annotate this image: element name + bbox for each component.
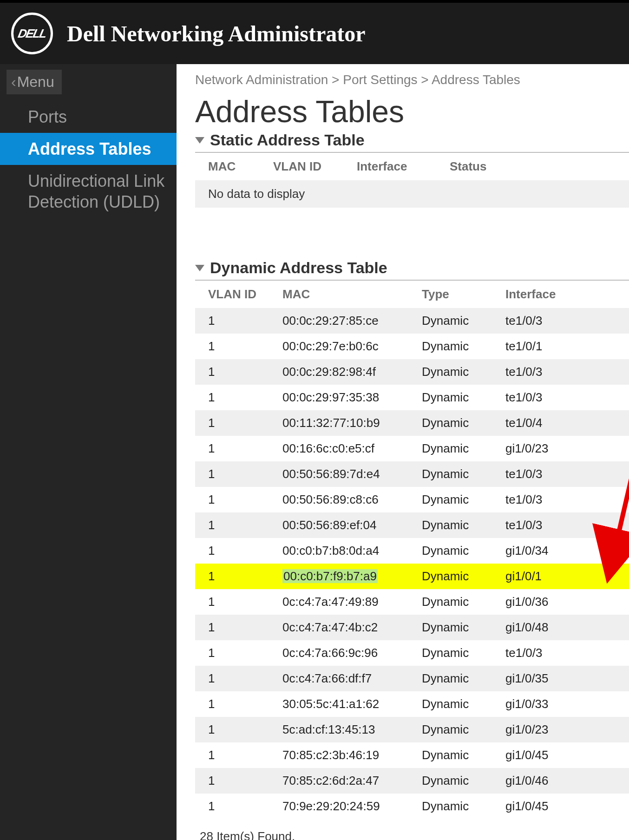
- table-row[interactable]: 100:50:56:89:7d:e4Dynamicte1/0/3: [195, 461, 629, 487]
- cell-vlan: 1: [208, 518, 282, 532]
- cell-mac: 0c:c4:7a:66:9c:96: [282, 646, 422, 660]
- cell-mac: 70:85:c2:3b:46:19: [282, 748, 422, 762]
- cell-mac: 00:c0:b7:b8:0d:a4: [282, 544, 422, 558]
- cell-vlan: 1: [208, 365, 282, 379]
- table-row[interactable]: 10c:c4:7a:47:4b:c2Dynamicgi1/0/48: [195, 615, 629, 640]
- cell-vlan: 1: [208, 390, 282, 405]
- cell-vlan: 1: [208, 314, 282, 328]
- dyn-col-type[interactable]: Type: [422, 287, 505, 302]
- table-row[interactable]: 100:11:32:77:10:b9Dynamicte1/0/4: [195, 410, 629, 436]
- dyn-col-vlan[interactable]: VLAN ID: [208, 287, 282, 302]
- cell-type: Dynamic: [422, 339, 505, 354]
- cell-vlan: 1: [208, 697, 282, 711]
- table-row[interactable]: 100:0c:29:27:85:ceDynamicte1/0/3: [195, 308, 629, 334]
- sidebar-item-ports[interactable]: Ports: [0, 101, 177, 133]
- table-row[interactable]: 100:0c:29:97:35:38Dynamicte1/0/3: [195, 385, 629, 410]
- header-title: Dell Networking Administrator: [67, 21, 366, 46]
- cell-interface: gi1/0/46: [505, 774, 598, 788]
- static-table-header: MAC VLAN ID Interface Status: [195, 153, 629, 180]
- dyn-col-mac[interactable]: MAC: [282, 287, 422, 302]
- cell-interface: gi1/0/23: [505, 722, 598, 737]
- table-row[interactable]: 170:85:c2:3b:46:19Dynamicgi1/0/45: [195, 742, 629, 768]
- table-row[interactable]: 170:9e:29:20:24:59Dynamicgi1/0/45: [195, 794, 629, 819]
- cell-vlan: 1: [208, 569, 282, 584]
- table-row[interactable]: 10c:c4:7a:66:df:f7Dynamicgi1/0/35: [195, 666, 629, 691]
- cell-vlan: 1: [208, 671, 282, 686]
- sidebar-item-unidirectional-link-detection-udld[interactable]: Unidirectional Link Detection (UDLD): [0, 165, 177, 218]
- menu-back-button[interactable]: ‹Menu: [7, 70, 62, 94]
- breadcrumb[interactable]: Network Administration > Port Settings >…: [195, 72, 629, 87]
- cell-interface: gi1/0/33: [505, 697, 598, 711]
- static-col-status[interactable]: Status: [450, 159, 524, 174]
- dynamic-section-title: Dynamic Address Table: [210, 259, 387, 277]
- cell-type: Dynamic: [422, 314, 505, 328]
- cell-mac: 00:0c:29:27:85:ce: [282, 314, 422, 328]
- cell-interface: gi1/0/1: [505, 569, 598, 584]
- cell-mac: 00:0c:29:7e:b0:6c: [282, 339, 422, 354]
- table-row[interactable]: 100:c0:b7:f9:b7:a9Dynamicgi1/0/1: [195, 564, 629, 589]
- cell-type: Dynamic: [422, 390, 505, 405]
- cell-mac: 00:11:32:77:10:b9: [282, 416, 422, 430]
- cell-interface: te1/0/4: [505, 416, 598, 430]
- static-section-header[interactable]: Static Address Table: [195, 131, 629, 149]
- cell-type: Dynamic: [422, 365, 505, 379]
- table-row[interactable]: 100:50:56:89:ef:04Dynamicte1/0/3: [195, 512, 629, 538]
- static-col-vlan[interactable]: VLAN ID: [273, 159, 357, 174]
- table-row[interactable]: 170:85:c2:6d:2a:47Dynamicgi1/0/46: [195, 768, 629, 794]
- chevron-down-icon: [195, 265, 204, 271]
- cell-interface: gi1/0/45: [505, 799, 598, 814]
- cell-mac: 00:50:56:89:c8:c6: [282, 492, 422, 507]
- cell-interface: te1/0/3: [505, 467, 598, 481]
- cell-mac: 0c:c4:7a:66:df:f7: [282, 671, 422, 686]
- table-row[interactable]: 100:0c:29:82:98:4fDynamicte1/0/3: [195, 359, 629, 385]
- cell-type: Dynamic: [422, 748, 505, 762]
- cell-interface: gi1/0/36: [505, 595, 598, 609]
- cell-vlan: 1: [208, 339, 282, 354]
- cell-mac: 0c:c4:7a:47:4b:c2: [282, 620, 422, 635]
- table-row[interactable]: 100:16:6c:c0:e5:cfDynamicgi1/0/23: [195, 436, 629, 461]
- table-row[interactable]: 100:50:56:89:c8:c6Dynamicte1/0/3: [195, 487, 629, 512]
- cell-type: Dynamic: [422, 697, 505, 711]
- cell-mac: 00:0c:29:97:35:38: [282, 390, 422, 405]
- cell-type: Dynamic: [422, 467, 505, 481]
- cell-mac: 00:16:6c:c0:e5:cf: [282, 441, 422, 456]
- dynamic-table-header: VLAN ID MAC Type Interface: [195, 281, 629, 308]
- cell-mac: 00:0c:29:82:98:4f: [282, 365, 422, 379]
- dyn-col-interface[interactable]: Interface: [505, 287, 598, 302]
- chevron-down-icon: [195, 137, 204, 144]
- cell-mac: 00:c0:b7:f9:b7:a9: [282, 569, 422, 584]
- cell-vlan: 1: [208, 722, 282, 737]
- cell-type: Dynamic: [422, 518, 505, 532]
- cell-type: Dynamic: [422, 416, 505, 430]
- dynamic-footer-count: 28 Item(s) Found.: [195, 819, 629, 840]
- sidebar: ‹Menu PortsAddress TablesUnidirectional …: [0, 64, 177, 840]
- table-row[interactable]: 100:0c:29:7e:b0:6cDynamicte1/0/1: [195, 334, 629, 359]
- cell-interface: gi1/0/35: [505, 671, 598, 686]
- cell-vlan: 1: [208, 774, 282, 788]
- cell-vlan: 1: [208, 441, 282, 456]
- cell-type: Dynamic: [422, 595, 505, 609]
- dynamic-section-header[interactable]: Dynamic Address Table: [195, 259, 629, 277]
- static-col-interface[interactable]: Interface: [357, 159, 450, 174]
- cell-interface: te1/0/3: [505, 518, 598, 532]
- sidebar-item-address-tables[interactable]: Address Tables: [0, 133, 177, 165]
- cell-type: Dynamic: [422, 774, 505, 788]
- cell-mac: 5c:ad:cf:13:45:13: [282, 722, 422, 737]
- table-row[interactable]: 15c:ad:cf:13:45:13Dynamicgi1/0/23: [195, 717, 629, 742]
- table-row[interactable]: 130:05:5c:41:a1:62Dynamicgi1/0/33: [195, 691, 629, 717]
- cell-vlan: 1: [208, 544, 282, 558]
- cell-mac: 70:85:c2:6d:2a:47: [282, 774, 422, 788]
- static-no-data: No data to display: [195, 180, 629, 208]
- header-bar: DELL Dell Networking Administrator: [0, 0, 629, 64]
- static-section-title: Static Address Table: [210, 131, 365, 149]
- cell-type: Dynamic: [422, 620, 505, 635]
- cell-type: Dynamic: [422, 544, 505, 558]
- table-row[interactable]: 10c:c4:7a:66:9c:96Dynamicte1/0/3: [195, 640, 629, 666]
- table-row[interactable]: 100:c0:b7:b8:0d:a4Dynamicgi1/0/34: [195, 538, 629, 564]
- cell-vlan: 1: [208, 646, 282, 660]
- table-row[interactable]: 10c:c4:7a:47:49:89Dynamicgi1/0/36: [195, 589, 629, 615]
- cell-vlan: 1: [208, 492, 282, 507]
- static-col-mac[interactable]: MAC: [208, 159, 273, 174]
- cell-interface: te1/0/3: [505, 492, 598, 507]
- cell-type: Dynamic: [422, 646, 505, 660]
